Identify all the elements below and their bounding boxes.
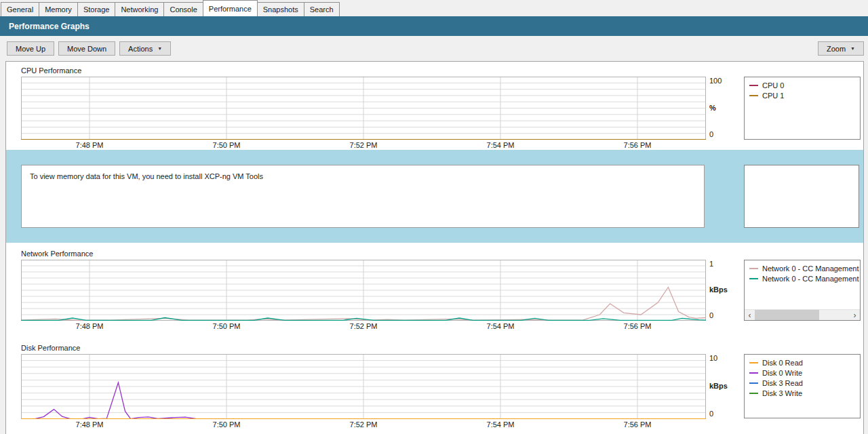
graph-row-disk[interactable]: Disk Performance 7:48 PM7:50 PM7:52 PM7:… <box>6 337 863 434</box>
legend-color-swatch <box>749 382 758 384</box>
disk-graph-title: Disk Performance <box>21 343 863 354</box>
tab-console[interactable]: Console <box>163 2 203 16</box>
x-tick-label: 7:54 PM <box>487 420 515 429</box>
tab-performance[interactable]: Performance <box>203 0 258 16</box>
x-tick-label: 7:48 PM <box>76 141 104 149</box>
tab-general[interactable]: General <box>1 2 39 16</box>
zoom-button[interactable]: Zoom ▼ <box>818 41 864 56</box>
tab-search[interactable]: Search <box>304 2 340 16</box>
legend-item: Disk 3 Write <box>749 388 860 398</box>
legend-label: Disk 3 Write <box>762 389 802 397</box>
move-up-button[interactable]: Move Up <box>7 41 54 56</box>
memory-notice-text: To view memory data for this VM, you nee… <box>30 172 263 180</box>
legend-color-swatch <box>749 393 758 394</box>
section-title-bar: Performance Graphs <box>0 16 868 36</box>
page-title: Performance Graphs <box>9 22 90 31</box>
legend-item: CPU 0 <box>749 80 860 90</box>
legend-item: Disk 3 Read <box>749 378 860 388</box>
move-up-label: Move Up <box>16 45 45 53</box>
scroll-left-icon[interactable]: ‹ <box>745 311 755 320</box>
x-tick-label: 7:48 PM <box>76 420 104 429</box>
graph-row-memory[interactable]: To view memory data for this VM, you nee… <box>6 150 863 243</box>
memory-notice-box: To view memory data for this VM, you nee… <box>21 165 705 228</box>
network-legend[interactable]: Network 0 - CC Management IPMNetwork 0 -… <box>744 260 861 321</box>
cpu-graph-title: CPU Performance <box>21 66 863 77</box>
memory-legend <box>744 165 859 228</box>
tab-snapshots[interactable]: Snapshots <box>257 2 304 16</box>
y-max-label: 1 <box>709 260 737 268</box>
x-tick-label: 7:54 PM <box>487 322 515 330</box>
disk-y-axis: 10 kBps 0 <box>706 354 737 419</box>
legend-item: Disk 0 Write <box>749 368 860 378</box>
legend-horizontal-scrollbar[interactable]: ‹ › <box>745 309 860 320</box>
x-tick-label: 7:52 PM <box>350 322 378 330</box>
disk-legend[interactable]: Disk 0 ReadDisk 0 WriteDisk 3 ReadDisk 3… <box>744 354 861 418</box>
x-tick-label: 7:52 PM <box>350 141 378 149</box>
disk-chart[interactable]: 7:48 PM7:50 PM7:52 PM7:54 PM7:56 PM <box>21 354 706 431</box>
legend-color-swatch <box>749 278 758 279</box>
network-x-axis: 7:48 PM7:50 PM7:52 PM7:54 PM7:56 PM <box>21 321 706 332</box>
scroll-right-icon[interactable]: › <box>850 311 860 320</box>
y-max-label: 100 <box>709 77 737 85</box>
legend-color-swatch <box>749 268 758 269</box>
y-unit-label: kBps <box>709 382 737 390</box>
chevron-down-icon: ▼ <box>157 46 162 51</box>
legend-color-swatch <box>749 95 758 96</box>
legend-item: Network 0 - CC Management IPM <box>749 263 860 273</box>
cpu-chart[interactable]: 7:48 PM7:50 PM7:52 PM7:54 PM7:56 PM <box>21 77 706 151</box>
network-chart[interactable]: 7:48 PM7:50 PM7:52 PM7:54 PM7:56 PM <box>21 260 706 332</box>
actions-button[interactable]: Actions ▼ <box>119 41 171 56</box>
y-min-label: 0 <box>709 130 737 138</box>
network-graph-title: Network Performance <box>21 249 863 260</box>
cpu-y-axis: 100 % 0 <box>706 77 737 140</box>
legend-label: Disk 0 Read <box>762 359 803 367</box>
legend-label: Disk 0 Write <box>762 369 802 377</box>
x-tick-label: 7:56 PM <box>624 420 652 429</box>
x-tick-label: 7:52 PM <box>350 420 378 429</box>
scrollbar-track[interactable] <box>755 310 850 320</box>
x-tick-label: 7:50 PM <box>213 420 241 429</box>
disk-x-axis: 7:48 PM7:50 PM7:52 PM7:54 PM7:56 PM <box>21 419 706 431</box>
legend-label: Network 0 - CC Management IPM <box>762 264 860 273</box>
legend-label: Network 0 - CC Management IPM <box>762 275 860 283</box>
tab-storage[interactable]: Storage <box>77 2 116 16</box>
actions-label: Actions <box>128 45 153 53</box>
y-min-label: 0 <box>709 311 737 319</box>
chevron-down-icon: ▼ <box>850 46 855 51</box>
zoom-label: Zoom <box>827 45 846 53</box>
tab-memory[interactable]: Memory <box>39 2 78 16</box>
y-max-label: 10 <box>709 354 737 362</box>
legend-label: CPU 0 <box>762 81 784 90</box>
legend-color-swatch <box>749 372 758 374</box>
x-tick-label: 7:56 PM <box>624 141 652 149</box>
scrollbar-thumb[interactable] <box>755 310 819 320</box>
graphs-panel: CPU Performance 7:48 PM7:50 PM7:52 PM7:5… <box>5 61 864 434</box>
legend-item: Network 0 - CC Management IPM <box>749 273 860 283</box>
y-unit-label: kBps <box>709 285 737 294</box>
legend-label: Disk 3 Read <box>762 379 803 387</box>
x-tick-label: 7:50 PM <box>213 141 241 149</box>
graph-row-network[interactable]: Network Performance 7:48 PM7:50 PM7:52 P… <box>6 243 863 337</box>
y-unit-label: % <box>709 104 737 112</box>
x-tick-label: 7:48 PM <box>76 322 104 330</box>
tab-strip: General Memory Storage Networking Consol… <box>0 0 868 16</box>
move-down-button[interactable]: Move Down <box>58 41 115 56</box>
network-y-axis: 1 kBps 0 <box>706 260 737 321</box>
x-tick-label: 7:50 PM <box>213 322 241 330</box>
legend-color-swatch <box>749 362 758 363</box>
graph-row-cpu[interactable]: CPU Performance 7:48 PM7:50 PM7:52 PM7:5… <box>6 62 863 150</box>
x-tick-label: 7:56 PM <box>624 322 652 330</box>
cpu-legend[interactable]: CPU 0CPU 1 <box>744 77 861 140</box>
y-min-label: 0 <box>709 410 737 418</box>
x-tick-label: 7:54 PM <box>487 141 515 149</box>
legend-item: CPU 1 <box>749 90 860 100</box>
legend-label: CPU 1 <box>762 92 784 100</box>
tab-networking[interactable]: Networking <box>115 2 164 16</box>
legend-color-swatch <box>749 85 758 86</box>
toolbar: Move Up Move Down Actions ▼ Zoom ▼ <box>0 36 868 61</box>
legend-item: Disk 0 Read <box>749 357 860 368</box>
move-down-label: Move Down <box>67 45 106 53</box>
